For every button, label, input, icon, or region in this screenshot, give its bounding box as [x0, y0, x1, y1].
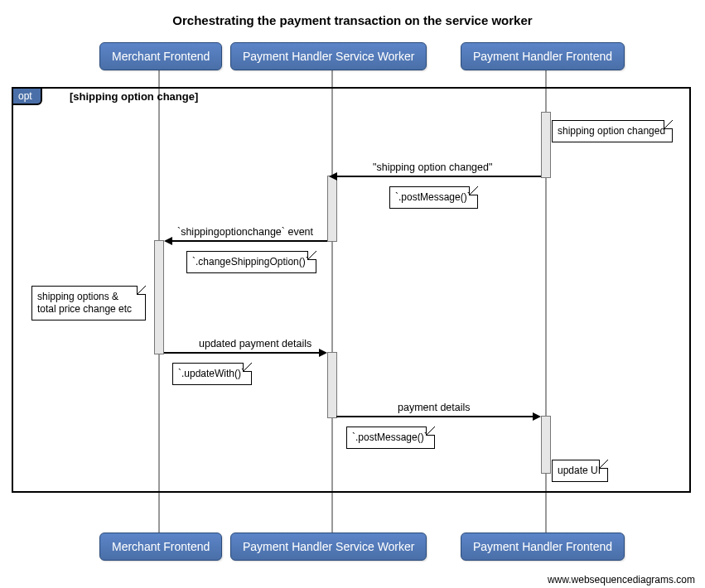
sequence-diagram: Merchant Frontend Payment Handler Servic…: [10, 39, 695, 569]
note-updatewith: `.updateWith()`: [172, 363, 252, 385]
note-postmessage-2: `.postMessage()`: [346, 427, 435, 449]
participant-merchant-top: Merchant Frontend: [99, 42, 222, 70]
opt-guard: [shipping option change]: [70, 90, 198, 103]
participant-sw-bottom: Payment Handler Service Worker: [230, 533, 427, 561]
msg3-label: updated payment details: [199, 338, 311, 349]
diagram-title: Orchestrating the payment transaction on…: [10, 13, 695, 27]
participant-frontend-top: Payment Handler Frontend: [461, 42, 625, 70]
msg3-line: [164, 352, 320, 354]
msg4-head: [533, 412, 541, 421]
note-postmessage-1: `.postMessage()`: [389, 186, 478, 209]
participant-sw-top: Payment Handler Service Worker: [230, 42, 427, 70]
msg3-head: [319, 349, 327, 357]
note-change-shipping: `.changeShippingOption()`: [186, 251, 316, 273]
msg2-line: [171, 240, 327, 242]
note-update-ui: update UI: [552, 460, 608, 482]
msg2-label: `shippingoptionchange` event: [177, 226, 313, 238]
participant-frontend-bottom: Payment Handler Frontend: [461, 533, 625, 561]
msg2-head: [164, 237, 172, 245]
msg1-line: [336, 176, 541, 177]
note-price-change: shipping options & total price change et…: [31, 286, 146, 321]
msg1-head: [329, 172, 337, 181]
participant-merchant-bottom: Merchant Frontend: [99, 533, 222, 561]
msg1-label: "shipping option changed": [373, 161, 492, 173]
opt-label: opt: [12, 87, 42, 105]
note-shipping-changed: shipping option changed: [552, 120, 673, 142]
attribution: www.websequencediagrams.com: [10, 574, 695, 586]
msg4-label: payment details: [398, 402, 471, 413]
msg4-line: [336, 416, 534, 417]
